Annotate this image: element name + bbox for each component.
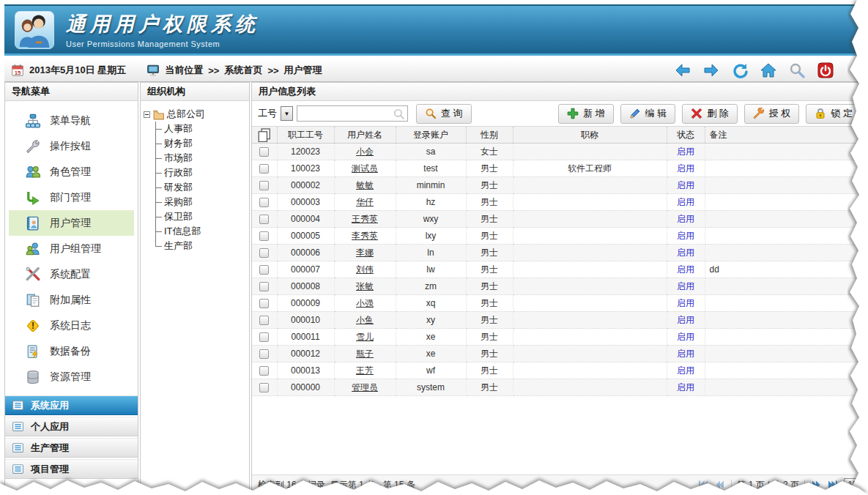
tree-node-7[interactable]: 保卫部 <box>155 209 246 224</box>
row-checkbox[interactable] <box>259 316 269 325</box>
user-name-link[interactable]: 小强 <box>356 298 374 308</box>
authorize-button[interactable]: 授 权 <box>744 104 800 124</box>
sidebar-item-1[interactable]: 菜单导航 <box>9 108 134 133</box>
home-icon[interactable] <box>760 62 776 78</box>
user-name-link[interactable]: 敏敏 <box>356 180 374 190</box>
sidebar-item-2[interactable]: 操作按钮 <box>9 133 134 159</box>
table-row[interactable]: 000013王芳wf男士启用 <box>252 362 867 379</box>
search-input[interactable] <box>297 108 393 119</box>
user-name-link[interactable]: 瓶子 <box>356 349 374 359</box>
lock-button[interactable]: 锁 定 <box>806 104 861 124</box>
sidebar-section-3[interactable]: 生产管理 <box>5 438 138 458</box>
logout-icon[interactable] <box>817 62 834 78</box>
refresh-icon[interactable] <box>732 62 748 78</box>
user-name-link[interactable]: 张敏 <box>356 281 374 291</box>
tree-node-1[interactable]: 人事部 <box>155 122 246 136</box>
sidebar-item-9[interactable]: !系统日志 <box>9 313 134 338</box>
tree-node-5[interactable]: 研发部 <box>155 180 246 195</box>
user-name-link[interactable]: 王秀英 <box>352 214 378 224</box>
sidebar-item-6[interactable]: 用户组管理 <box>9 236 134 261</box>
tree-node-2[interactable]: 财务部 <box>155 136 246 151</box>
back-icon[interactable] <box>675 62 691 78</box>
page-size-select[interactable]: 15 <box>844 478 861 491</box>
query-button[interactable]: 查 询 <box>416 104 472 124</box>
user-name-link[interactable]: 李娜 <box>356 248 374 258</box>
sidebar-section-4[interactable]: 项目管理 <box>5 459 138 479</box>
row-checkbox[interactable] <box>259 332 269 342</box>
table-row[interactable]: 000011雪儿xe男士启用 <box>252 329 867 346</box>
sidebar-item-5[interactable]: 用户管理 <box>9 210 134 236</box>
column-header-1[interactable]: 职工工号 <box>277 127 334 144</box>
column-header-5[interactable]: 职称 <box>513 127 667 144</box>
user-name-link[interactable]: 王芳 <box>356 365 374 376</box>
row-checkbox[interactable] <box>259 282 269 291</box>
search-icon[interactable] <box>789 62 805 78</box>
column-header-6[interactable]: 状态 <box>667 127 705 144</box>
sidebar-item-8[interactable]: 附加属性 <box>9 287 134 313</box>
select-all-header[interactable] <box>252 127 277 144</box>
table-row[interactable]: 120023小会sa女士启用 <box>252 144 867 160</box>
row-checkbox[interactable] <box>259 248 269 258</box>
user-name-link[interactable]: 小会 <box>356 146 374 157</box>
prev-page-icon[interactable] <box>714 479 726 491</box>
first-page-icon[interactable] <box>697 479 709 491</box>
row-checkbox[interactable] <box>259 349 269 359</box>
row-checkbox[interactable] <box>259 215 269 224</box>
row-checkbox[interactable] <box>259 198 269 207</box>
table-row[interactable]: 000000管理员system男士启用 <box>252 379 867 396</box>
row-checkbox[interactable] <box>259 147 269 157</box>
forward-icon[interactable] <box>703 62 719 78</box>
user-name-link[interactable]: 华仔 <box>356 197 374 207</box>
column-header-7[interactable]: 备注 <box>705 127 867 144</box>
row-checkbox[interactable] <box>259 164 269 174</box>
row-checkbox[interactable] <box>259 383 269 392</box>
tree-node-3[interactable]: 市场部 <box>155 151 246 165</box>
sidebar-item-4[interactable]: 部门管理 <box>9 185 134 210</box>
column-header-2[interactable]: 用户姓名 <box>334 127 396 144</box>
user-name-link[interactable]: 刘伟 <box>356 264 374 275</box>
row-checkbox[interactable] <box>259 231 269 241</box>
sidebar-item-10[interactable]: 数据备份 <box>9 338 134 364</box>
sidebar-section-1[interactable]: 系统应用 <box>5 395 138 415</box>
next-page-icon[interactable] <box>810 479 822 491</box>
sidebar-item-11[interactable]: 资源管理 <box>9 364 134 390</box>
column-header-3[interactable]: 登录账户 <box>396 127 466 144</box>
tree-root-node[interactable]: 总部公司 <box>144 107 246 122</box>
sidebar-section-2[interactable]: 个人应用 <box>5 417 138 436</box>
edit-button[interactable]: 编 辑 <box>620 104 676 124</box>
sidebar-item-3[interactable]: 角色管理 <box>9 159 134 185</box>
user-name-link[interactable]: 小鱼 <box>356 315 374 325</box>
row-checkbox[interactable] <box>259 299 269 308</box>
tree-node-8[interactable]: IT信息部 <box>155 224 246 239</box>
table-row[interactable]: 000004王秀英wxy男士启用 <box>252 211 867 228</box>
add-button[interactable]: 新 增 <box>558 104 614 124</box>
table-row[interactable]: 000003华仔hz男士启用 <box>252 194 867 211</box>
breadcrumb-current[interactable]: 用户管理 <box>284 64 322 77</box>
table-row[interactable]: 000006李娜ln男士启用 <box>252 245 867 261</box>
tree-collapse-icon[interactable] <box>144 111 150 118</box>
column-header-4[interactable]: 性别 <box>466 127 513 144</box>
breadcrumb-home[interactable]: 系统首页 <box>224 64 262 77</box>
last-page-icon[interactable] <box>827 479 839 491</box>
table-row[interactable]: 000007刘伟lw男士启用dd <box>252 261 867 278</box>
row-checkbox[interactable] <box>259 265 269 275</box>
table-row[interactable]: 000012瓶子xe男士启用 <box>252 346 867 362</box>
user-name-link[interactable]: 管理员 <box>352 382 378 392</box>
table-row[interactable]: 000009小强xq男士启用 <box>252 295 867 312</box>
table-row[interactable]: 100023测试员test男士软件工程师启用 <box>252 160 867 177</box>
tree-node-9[interactable]: 生产部 <box>155 239 246 253</box>
user-name-link[interactable]: 雪儿 <box>356 332 374 342</box>
table-row[interactable]: 000010小鱼xy男士启用 <box>252 312 867 329</box>
table-row[interactable]: 000008张敏zm男士启用 <box>252 278 867 295</box>
delete-button[interactable]: 删 除 <box>682 104 738 124</box>
tree-root-label[interactable]: 总部公司 <box>167 108 205 121</box>
sidebar-item-7[interactable]: 系统配置 <box>9 261 134 287</box>
user-name-link[interactable]: 测试员 <box>352 163 378 174</box>
search-field-dropdown-icon[interactable]: ▼ <box>281 106 293 121</box>
row-checkbox[interactable] <box>259 366 269 376</box>
tree-node-4[interactable]: 行政部 <box>155 165 246 180</box>
table-row[interactable]: 000005李秀英lxy男士启用 <box>252 228 867 245</box>
table-row[interactable]: 000002敏敏minmin男士启用 <box>252 177 867 194</box>
row-checkbox[interactable] <box>259 181 269 190</box>
tree-node-6[interactable]: 采购部 <box>155 195 246 209</box>
